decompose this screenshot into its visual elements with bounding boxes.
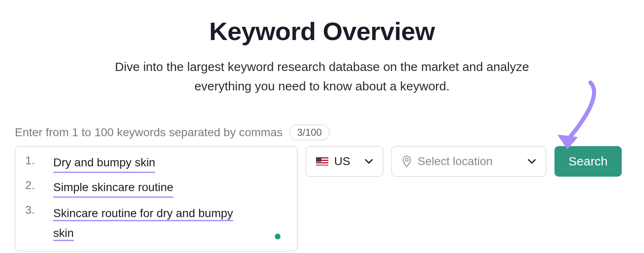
keyword-number: 3.: [25, 203, 39, 217]
location-placeholder: Select location: [418, 155, 522, 168]
country-label: US: [334, 155, 359, 168]
keyword-text: Dry and bumpy skin: [53, 154, 155, 173]
keyword-number: 2.: [25, 179, 39, 192]
svg-point-0: [406, 158, 408, 161]
keyword-row: 3. Skincare routine for dry and bumpy sk…: [25, 203, 288, 243]
keyword-text: Skincare routine for dry and bumpy skin: [53, 203, 233, 243]
location-select[interactable]: Select location: [392, 146, 546, 177]
page-title: Keyword Overview: [12, 17, 632, 46]
hint-row: Enter from 1 to 100 keywords separated b…: [12, 125, 632, 140]
keyword-number: 1.: [25, 154, 39, 167]
keyword-text: Simple skincare routine: [53, 179, 173, 198]
page-subtitle: Dive into the largest keyword research d…: [104, 57, 541, 96]
chevron-down-icon: [365, 159, 373, 164]
keywords-input[interactable]: 1. Dry and bumpy skin 2. Simple skincare…: [15, 146, 297, 251]
keyword-count-badge: 3/100: [289, 125, 330, 140]
country-select[interactable]: US: [306, 146, 383, 177]
us-flag-icon: [316, 157, 328, 166]
hint-text: Enter from 1 to 100 keywords separated b…: [15, 126, 283, 139]
keyword-row: 2. Simple skincare routine: [25, 179, 288, 198]
chevron-down-icon: [528, 159, 536, 164]
keyword-row: 1. Dry and bumpy skin: [25, 154, 288, 173]
location-pin-icon: [402, 155, 412, 168]
search-button[interactable]: Search: [554, 146, 622, 177]
